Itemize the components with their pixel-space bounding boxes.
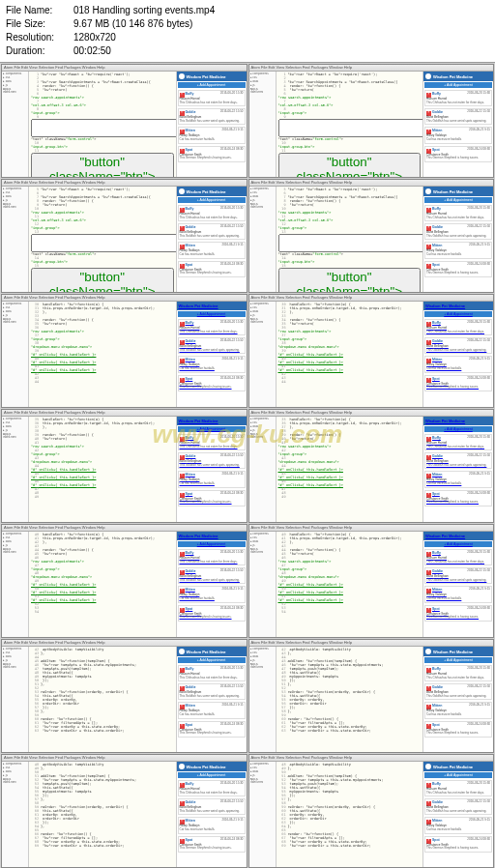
add-appointment-button[interactable]: + Add Appointment bbox=[178, 426, 246, 432]
file-tree[interactable]: ▸ components▸ css▸ data▸ js App.js index… bbox=[249, 417, 277, 522]
video-thumbnail[interactable]: Atom File Edit View Selection Find Packa… bbox=[248, 64, 495, 178]
tree-item[interactable]: index.html bbox=[250, 91, 275, 95]
appointment-card[interactable]: ×Buffy2016-06-20 15:30Hassum HarrodThis … bbox=[424, 90, 492, 106]
appointment-card[interactable]: ×Buffy2016-06-20 15:30Hassum HarrodThis … bbox=[424, 434, 492, 450]
code-editor[interactable]: 42 aptBodyVisible: tempVisibility43},444… bbox=[277, 647, 424, 752]
code-editor[interactable]: 5"kw">var "kw">React = "kw">require('rea… bbox=[277, 187, 424, 292]
file-tree[interactable]: ▸ components▸ css▸ data▸ js App.js index… bbox=[249, 72, 277, 177]
appointment-card[interactable]: ×Goldie2016-06-22 15:50Barot BellinghamT… bbox=[178, 683, 246, 700]
menubar[interactable]: Atom File Edit View Selection Find Packa… bbox=[2, 295, 247, 302]
appointment-card[interactable]: ×Goldie2016-06-22 15:50Barot BellinghamT… bbox=[178, 452, 246, 469]
appointment-card[interactable]: ×Mitten2016-06-21 9:15Hillary GoldwynCat… bbox=[424, 817, 492, 833]
appointment-card[interactable]: ×Spot2016-06-24 08:30Constance SmithThis… bbox=[424, 490, 492, 506]
menubar[interactable]: Atom File Edit View Selection Find Packa… bbox=[2, 525, 247, 532]
appointment-card[interactable]: ×Goldie2016-06-22 15:50Barot BellinghamT… bbox=[424, 567, 492, 584]
appointment-card[interactable]: ×Buffy2016-06-20 15:30Hassum HarrodThis … bbox=[424, 665, 492, 681]
tree-item[interactable]: index.html bbox=[3, 666, 27, 670]
video-thumbnail[interactable]: Atom File Edit View Selection Find Packa… bbox=[248, 179, 495, 293]
file-tree[interactable]: ▸ components▸ css▸ data▸ js App.js index… bbox=[249, 762, 277, 867]
code-editor[interactable]: 48 aptBodyVisible: tempVisibility49},505… bbox=[277, 762, 424, 867]
file-tree[interactable]: ▸ components▸ css▸ data▸ js App.js index… bbox=[2, 532, 29, 637]
appointment-card[interactable]: ×Buffy2016-06-20 15:30Hassum HarrodThis … bbox=[424, 780, 492, 796]
appointment-card[interactable]: ×Buffy2016-06-20 15:30Hassum HarrodThis … bbox=[178, 780, 246, 796]
appointment-card[interactable]: ×Goldie2016-06-22 15:50Barot BellinghamT… bbox=[178, 798, 246, 815]
code-editor[interactable]: 35 handleSort: "kw">function(e) {36 this… bbox=[29, 417, 177, 522]
code-editor[interactable]: 30 handleSort: "kw">function(e) {31 this… bbox=[29, 302, 177, 407]
appointment-card[interactable]: ×Goldie2016-06-22 15:50Barot BellinghamT… bbox=[424, 108, 492, 125]
add-appointment-button[interactable]: + Add Appointment bbox=[178, 197, 246, 203]
tree-item[interactable]: index.html bbox=[250, 206, 275, 210]
video-thumbnail[interactable]: Atom File Edit View Selection Find Packa… bbox=[1, 179, 248, 293]
appointment-card[interactable]: ×Mitten2016-06-21 9:15Hillary GoldwynCat… bbox=[424, 242, 492, 258]
code-editor[interactable]: 35 handleSort: "kw">function(e) {36 this… bbox=[277, 417, 424, 522]
video-thumbnail[interactable]: Atom File Edit View Selection Find Packa… bbox=[1, 64, 248, 178]
appointment-card[interactable]: ×Mitten2016-06-21 9:15Hillary GoldwynCat… bbox=[178, 242, 246, 258]
add-appointment-button[interactable]: + Add Appointment bbox=[424, 541, 492, 547]
add-appointment-button[interactable]: + Add Appointment bbox=[178, 541, 246, 547]
tree-item[interactable]: index.html bbox=[3, 551, 27, 555]
menubar[interactable]: Atom File Edit View Selection Find Packa… bbox=[249, 180, 494, 187]
appointment-card[interactable]: ×Spot2016-06-24 08:30Constance SmithThis… bbox=[178, 490, 246, 506]
appointment-card[interactable]: ×Buffy2016-06-20 15:30Hassum HarrodThis … bbox=[424, 549, 492, 565]
code-editor[interactable]: 40 handleSort: "kw">function(e) {41 this… bbox=[277, 532, 424, 637]
appointment-card[interactable]: ×Mitten2016-06-21 9:15Hillary GoldwynCat… bbox=[424, 127, 492, 143]
add-appointment-button[interactable]: + Add Appointment bbox=[424, 311, 492, 317]
tree-item[interactable]: index.html bbox=[3, 206, 27, 210]
code-editor[interactable]: 5"kw">var "kw">React = "kw">require('rea… bbox=[29, 187, 177, 292]
menubar[interactable]: Atom File Edit View Selection Find Packa… bbox=[249, 755, 494, 762]
menubar[interactable]: Atom File Edit View Selection Find Packa… bbox=[249, 640, 494, 647]
video-thumbnail[interactable]: Atom File Edit View Selection Find Packa… bbox=[248, 294, 495, 408]
appointment-card[interactable]: ×Goldie2016-06-22 15:50Barot BellinghamT… bbox=[178, 223, 246, 240]
appointment-card[interactable]: ×Mitten2016-06-21 9:15Hillary GoldwynCat… bbox=[424, 356, 492, 372]
file-tree[interactable]: ▸ components▸ css▸ data▸ js App.js index… bbox=[2, 417, 29, 522]
file-tree[interactable]: ▸ components▸ css▸ data▸ js App.js index… bbox=[2, 647, 29, 752]
menubar[interactable]: Atom File Edit View Selection Find Packa… bbox=[2, 640, 247, 647]
appointment-card[interactable]: ×Buffy2016-06-20 15:30Hassum HarrodThis … bbox=[178, 549, 246, 565]
menubar[interactable]: Atom File Edit View Selection Find Packa… bbox=[249, 525, 494, 532]
add-appointment-button[interactable]: + Add Appointment bbox=[424, 426, 492, 432]
file-tree[interactable]: ▸ components▸ css▸ data▸ js App.js index… bbox=[249, 187, 277, 292]
file-tree[interactable]: ▸ components▸ css▸ data▸ js App.js index… bbox=[2, 72, 29, 177]
video-thumbnail[interactable]: Atom File Edit View Selection Find Packa… bbox=[248, 409, 495, 523]
code-editor[interactable]: 1"kw">var "kw">React = "kw">require('rea… bbox=[277, 72, 424, 177]
appointment-card[interactable]: ×Goldie2016-06-22 15:50Barot BellinghamT… bbox=[178, 108, 246, 125]
menubar[interactable]: Atom File Edit View Selection Find Packa… bbox=[2, 410, 247, 417]
file-tree[interactable]: ▸ components▸ css▸ data▸ js App.js index… bbox=[249, 532, 277, 637]
appointment-card[interactable]: ×Mitten2016-06-21 9:15Hillary GoldwynCat… bbox=[178, 702, 246, 718]
appointment-card[interactable]: ×Goldie2016-06-22 15:50Barot BellinghamT… bbox=[424, 452, 492, 469]
appointment-card[interactable]: ×Mitten2016-06-21 9:15Hillary GoldwynCat… bbox=[424, 471, 492, 487]
file-tree[interactable]: ▸ components▸ css▸ data▸ js App.js index… bbox=[2, 302, 29, 407]
code-editor[interactable]: 40 handleSort: "kw">function(e) {41 this… bbox=[29, 532, 177, 637]
appointment-card[interactable]: ×Goldie2016-06-22 15:50Barot BellinghamT… bbox=[178, 567, 246, 584]
appointment-card[interactable]: ×Buffy2016-06-20 15:30Hassum HarrodThis … bbox=[178, 90, 246, 106]
code-editor[interactable]: 48 aptBodyVisible: tempVisibility49},505… bbox=[29, 762, 177, 867]
appointment-card[interactable]: ×Spot2016-06-24 08:30Constance SmithThis… bbox=[178, 836, 246, 853]
code-editor[interactable]: 1"kw">var "kw">React = "kw">require('rea… bbox=[29, 72, 177, 177]
appointment-card[interactable]: ×Buffy2016-06-20 15:30Hassum HarrodThis … bbox=[424, 205, 492, 221]
appointment-card[interactable]: ×Spot2016-06-24 08:30Constance SmithThis… bbox=[178, 146, 246, 162]
appointment-card[interactable]: ×Mitten2016-06-21 9:15Hillary GoldwynCat… bbox=[424, 702, 492, 718]
appointment-card[interactable]: ×Mitten2016-06-21 9:15Hillary GoldwynCat… bbox=[178, 471, 246, 487]
add-appointment-button[interactable]: + Add Appointment bbox=[178, 82, 246, 88]
video-thumbnail[interactable]: Atom File Edit View Selection Find Packa… bbox=[1, 294, 248, 408]
add-appointment-button[interactable]: + Add Appointment bbox=[424, 657, 492, 663]
video-thumbnail[interactable]: Atom File Edit View Selection Find Packa… bbox=[248, 524, 495, 638]
appointment-card[interactable]: ×Spot2016-06-24 08:30Constance SmithThis… bbox=[178, 375, 246, 391]
appointment-card[interactable]: ×Spot2016-06-24 08:30Constance SmithThis… bbox=[424, 721, 492, 738]
appointment-card[interactable]: ×Spot2016-06-24 08:30Constance SmithThis… bbox=[424, 836, 492, 853]
tree-item[interactable]: index.html bbox=[3, 781, 27, 785]
video-thumbnail[interactable]: Atom File Edit View Selection Find Packa… bbox=[248, 754, 495, 868]
add-appointment-button[interactable]: + Add Appointment bbox=[178, 657, 246, 663]
code-editor[interactable]: 30 handleSort: "kw">function(e) {31 this… bbox=[277, 302, 424, 407]
menubar[interactable]: Atom File Edit View Selection Find Packa… bbox=[2, 755, 247, 762]
menubar[interactable]: Atom File Edit View Selection Find Packa… bbox=[249, 295, 494, 302]
video-thumbnail[interactable]: Atom File Edit View Selection Find Packa… bbox=[1, 639, 248, 753]
tree-item[interactable]: index.html bbox=[3, 91, 27, 95]
appointment-card[interactable]: ×Buffy2016-06-20 15:30Hassum HarrodThis … bbox=[424, 319, 492, 335]
add-appointment-button[interactable]: + Add Appointment bbox=[178, 772, 246, 778]
tree-item[interactable]: index.html bbox=[250, 436, 275, 440]
menubar[interactable]: Atom File Edit View Selection Find Packa… bbox=[2, 180, 247, 187]
appointment-card[interactable]: ×Buffy2016-06-20 15:30Hassum HarrodThis … bbox=[178, 665, 246, 681]
appointment-card[interactable]: ×Goldie2016-06-22 15:50Barot BellinghamT… bbox=[178, 337, 246, 354]
tree-item[interactable]: index.html bbox=[3, 436, 27, 440]
